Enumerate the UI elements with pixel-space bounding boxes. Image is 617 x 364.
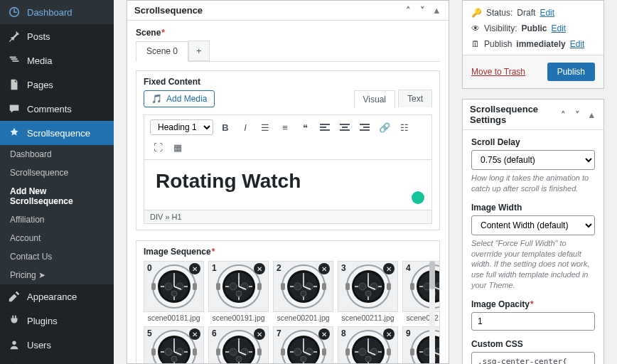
thumb-index: 2 [277, 263, 281, 273]
scrollsequence-icon [7, 126, 21, 140]
image-width-label: Image Width [471, 203, 595, 213]
appearance-icon [7, 289, 21, 304]
caret-down-icon[interactable]: ˅ [572, 109, 582, 119]
image-thumb[interactable]: 7 ✕ scene00251.jpg [273, 326, 333, 363]
image-thumb[interactable]: 3 ✕ scene00211.jpg [338, 261, 398, 323]
svg-rect-26 [342, 127, 348, 128]
add-media-label: Add Media [166, 94, 207, 104]
thumbs-scrollbar[interactable] [429, 261, 435, 363]
caret-up-icon[interactable]: ˄ [403, 6, 413, 16]
link-icon[interactable]: 🔗 [377, 119, 392, 135]
svg-rect-28 [360, 124, 370, 125]
remove-thumb-icon[interactable]: ✕ [383, 328, 395, 340]
grammarly-icon[interactable] [412, 191, 424, 204]
scroll-delay-select[interactable]: 0.75s (default) [471, 150, 595, 170]
image-thumb[interactable]: 2 ✕ scene00201.jpg [273, 261, 333, 323]
bullet-list-icon[interactable]: ☰ [257, 119, 273, 135]
image-thumb[interactable]: 5 ✕ scene00231.jpg [144, 326, 204, 363]
element-path[interactable]: DIV » H1 [144, 210, 431, 223]
sidebar-item-label: Users [27, 340, 51, 350]
sidebar-item-label: Pages [27, 80, 53, 90]
sidebar-item-tools[interactable]: Tools [0, 357, 114, 364]
calendar-icon: 🗓 [471, 39, 480, 49]
fixed-content-label: Fixed Content [144, 77, 432, 87]
bold-icon[interactable]: B [218, 119, 233, 135]
format-select[interactable]: Heading 1 [150, 119, 213, 135]
add-media-button[interactable]: 🎵 Add Media [144, 90, 215, 107]
editor-content[interactable]: Rotating Watch [144, 160, 431, 210]
caret-up-icon[interactable]: ˄ [558, 109, 568, 119]
toolbar-toggle-icon[interactable]: ▦ [170, 139, 186, 155]
remove-thumb-icon[interactable]: ✕ [254, 328, 265, 340]
sidebar-item-dashboard[interactable]: Dashboard [0, 0, 114, 24]
remove-thumb-icon[interactable]: ✕ [189, 263, 200, 274]
thumb-filename: scene00181.jpg [144, 312, 204, 323]
thumb-index: 8 [341, 328, 346, 338]
scene-tab-0[interactable]: Scene 0 [136, 41, 188, 62]
submenu-dashboard[interactable]: Dashboard [0, 145, 114, 164]
sidebar-item-plugins[interactable]: Plugins [0, 309, 114, 333]
submenu-scrollsequence[interactable]: Scrollsequence [0, 164, 114, 182]
sidebar-item-appearance[interactable]: Appearance [0, 284, 114, 309]
metabox-title: Scrollsequence [134, 5, 203, 16]
image-thumb[interactable]: 6 ✕ scene00241.jpg [208, 326, 269, 363]
thumb-index: 9 [406, 328, 411, 338]
svg-rect-23 [320, 127, 326, 128]
align-right-icon[interactable] [357, 119, 372, 135]
submenu-affiliation[interactable]: Affiliation [0, 210, 114, 229]
caret-down-icon[interactable]: ˅ [417, 6, 427, 16]
image-thumb[interactable]: 0 ✕ scene00181.jpg [144, 261, 204, 323]
image-opacity-input[interactable] [471, 312, 595, 331]
align-left-icon[interactable] [317, 119, 333, 135]
plugin-icon [7, 314, 21, 328]
publish-button[interactable]: Publish [547, 63, 595, 81]
sidebar-item-label: Dashboard [27, 7, 73, 18]
move-to-trash-link[interactable]: Move to Trash [471, 67, 525, 77]
visibility-value: Public [521, 23, 547, 33]
numbered-list-icon[interactable]: ≡ [277, 119, 293, 135]
image-thumb[interactable]: 8 ✕ scene00261.jpg [338, 326, 398, 363]
remove-thumb-icon[interactable]: ✕ [189, 328, 200, 340]
thumb-index: 4 [406, 263, 411, 273]
image-opacity-label: Image Opacity [471, 299, 595, 309]
custom-css-textarea[interactable]: .ssq-center-center{ position: absolute; … [471, 352, 595, 364]
tab-visual[interactable]: Visual [354, 90, 395, 108]
readmore-icon[interactable]: ☷ [397, 119, 412, 135]
toggle-panel-icon[interactable]: ▴ [586, 109, 596, 119]
submenu-add-new[interactable]: Add New Scrollsequence [0, 182, 114, 210]
remove-thumb-icon[interactable]: ✕ [318, 328, 330, 340]
publish-label: Publish [484, 39, 512, 49]
submenu-account[interactable]: Account [0, 229, 114, 247]
italic-icon[interactable]: I [237, 119, 253, 135]
visibility-edit-link[interactable]: Edit [551, 23, 566, 33]
sidebar-item-posts[interactable]: Posts [0, 24, 114, 48]
fullscreen-icon[interactable]: ⛶ [150, 139, 166, 155]
image-thumb[interactable]: 1 ✕ scene00191.jpg [208, 261, 269, 323]
thumb-index: 3 [341, 263, 346, 273]
blockquote-icon[interactable]: ❝ [297, 119, 313, 135]
content-heading: Rotating Watch [156, 170, 420, 193]
sidebar-item-scrollsequence[interactable]: Scrollsequence [0, 121, 114, 145]
svg-point-14 [12, 341, 16, 345]
toggle-panel-icon[interactable]: ▴ [431, 6, 441, 16]
status-label: Status: [486, 8, 513, 18]
submenu-pricing[interactable]: Pricing ➤ [0, 266, 114, 284]
page-icon [7, 77, 21, 92]
editor-toolbar: Heading 1 B I ☰ ≡ ❝ 🔗 ☷ [144, 115, 431, 160]
align-center-icon[interactable] [337, 119, 353, 135]
remove-thumb-icon[interactable]: ✕ [383, 263, 395, 274]
sidebar-item-users[interactable]: Users [0, 333, 114, 357]
image-width-select[interactable]: Content Width (default) [471, 215, 595, 235]
submenu-contact[interactable]: Contact Us [0, 247, 114, 266]
remove-thumb-icon[interactable]: ✕ [318, 263, 330, 274]
scene-add-button[interactable]: + [188, 41, 210, 61]
pin-icon [7, 29, 21, 43]
sidebar-item-pages[interactable]: Pages [0, 73, 114, 97]
remove-thumb-icon[interactable]: ✕ [254, 263, 265, 274]
media-icon: 🎵 [151, 94, 162, 104]
sidebar-item-comments[interactable]: Comments [0, 97, 114, 121]
tab-text[interactable]: Text [398, 90, 432, 107]
sidebar-item-media[interactable]: Media [0, 48, 114, 73]
publish-edit-link[interactable]: Edit [570, 39, 585, 49]
status-edit-link[interactable]: Edit [540, 8, 554, 18]
